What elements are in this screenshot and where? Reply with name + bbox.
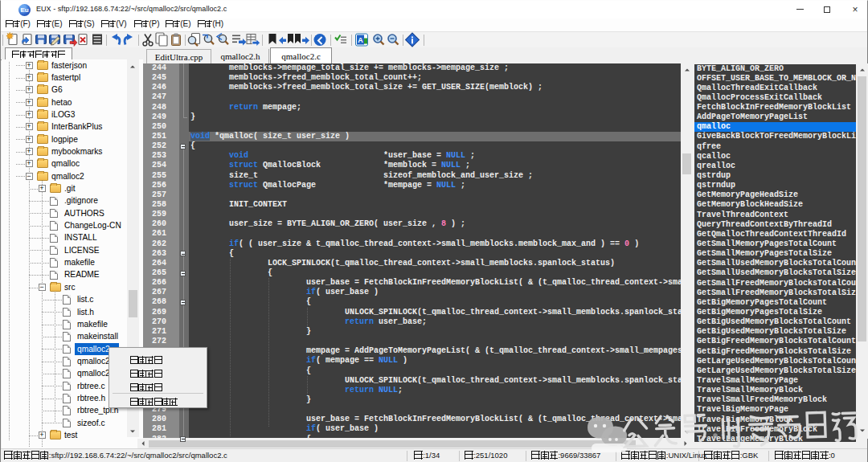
svg-text:A: A: [358, 36, 363, 44]
